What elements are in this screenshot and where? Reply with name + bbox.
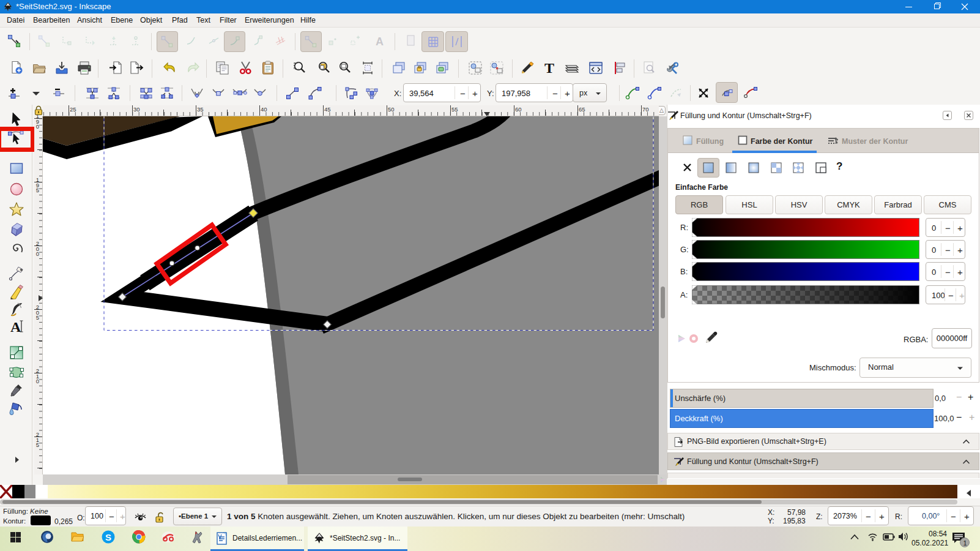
svg-text:A: A (376, 36, 384, 48)
svg-text:S: S (105, 532, 111, 542)
svg-text:T: T (544, 60, 554, 76)
svg-text:1: 1 (963, 539, 967, 547)
svg-text:A: A (10, 319, 21, 335)
